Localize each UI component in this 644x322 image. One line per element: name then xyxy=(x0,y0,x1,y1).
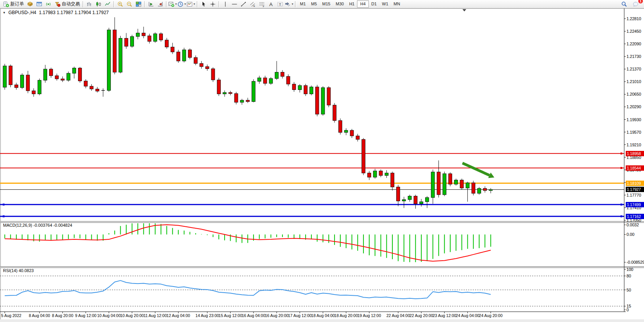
time-tick-label: 10 Aug 20:00 xyxy=(120,313,144,318)
macd-label: MACD(12,26,9) -0.003764 -0.004824 xyxy=(3,223,72,227)
candle-bear xyxy=(246,100,249,102)
candle-bear xyxy=(350,130,354,136)
candle-bull xyxy=(419,202,423,204)
resistance-line-2-handle-right[interactable] xyxy=(620,167,622,169)
time-tick-label: 24 Aug 20:00 xyxy=(479,313,502,318)
candle-bull xyxy=(477,188,481,193)
candle-bull xyxy=(223,93,226,94)
candle-bear xyxy=(379,171,383,176)
candle-bear xyxy=(9,66,12,85)
candle-bull xyxy=(408,196,411,200)
price-tick-label: 1.22450 xyxy=(626,29,644,34)
candle-bear xyxy=(206,67,209,69)
chart-title: GBPUSD-,H4 xyxy=(8,10,36,15)
candle-bull xyxy=(38,80,41,94)
candle-bull xyxy=(252,81,255,101)
time-tick-label: 24 Aug 04:00 xyxy=(456,313,480,318)
candle-bull xyxy=(67,73,70,80)
macd-tick-label: 0.00 xyxy=(626,232,644,237)
macd-tick-label: 0.0032 xyxy=(626,223,644,227)
time-tick-label: 8 Aug 04:00 xyxy=(29,313,50,318)
candle-bear xyxy=(124,38,128,46)
price-tick-label: 1.21370 xyxy=(626,67,644,71)
time-tick-label: 5 Aug 2022 xyxy=(1,313,21,318)
candle-bull xyxy=(136,33,140,37)
chart-title-row: ▼ GBPUSD-,H4 1.17983 1.17987 1.17904 1.1… xyxy=(3,10,109,15)
time-tick-label: 10 Aug 04:00 xyxy=(97,313,121,318)
candle-bull xyxy=(240,100,244,103)
time-tick-label: 9 Aug 12:00 xyxy=(75,313,96,318)
candle-bear xyxy=(304,85,307,94)
support-line-2-handle-left[interactable] xyxy=(3,215,5,217)
candle-bear xyxy=(368,173,371,177)
candle-bull xyxy=(21,75,24,88)
candle-bear xyxy=(26,75,30,91)
price-tick-label: 1.17770 xyxy=(626,193,644,197)
support-line-1-price-badge: 1.17499 xyxy=(626,202,644,207)
candle-bull xyxy=(443,174,446,195)
chart-background xyxy=(0,8,644,319)
candle-bear xyxy=(292,84,296,90)
support-line-2-handle-right[interactable] xyxy=(620,215,622,217)
support-line-1-handle-left[interactable] xyxy=(3,203,5,205)
support-line-1-handle-right[interactable] xyxy=(620,203,622,205)
candle-bear xyxy=(49,69,53,75)
candle-bear xyxy=(281,72,284,77)
candle-bull xyxy=(130,37,134,46)
candle-bull xyxy=(72,68,76,73)
candle-bear xyxy=(327,88,330,105)
time-tick-label: 8 Aug 20:00 xyxy=(52,313,73,318)
candle-bear xyxy=(171,47,174,52)
candle-bull xyxy=(466,183,469,188)
candle-bull xyxy=(454,180,458,184)
time-tick-label: 16 Aug 04:00 xyxy=(242,313,265,318)
pivot-line-price-badge: 1.18109 xyxy=(626,181,644,186)
candle-bear xyxy=(61,79,64,80)
time-tick-label: 18 Aug 20:00 xyxy=(334,313,358,318)
time-tick-label: 16 Aug 20:00 xyxy=(265,313,289,318)
mt4-window: 新订单自动交易▼▼▼EFAT▼M1M5M15M30H1H4D1W1MN1 ▼ G… xyxy=(0,0,644,322)
time-tick-label: 19 Aug 12:00 xyxy=(357,313,381,318)
candle-bull xyxy=(310,87,313,94)
candle-bear xyxy=(472,183,475,194)
candle-bear xyxy=(437,172,440,195)
candle-bull xyxy=(385,173,388,175)
bid-price-line-price-badge: 1.17927 xyxy=(626,187,644,192)
candle-bull xyxy=(431,172,435,197)
candle-bear xyxy=(356,136,359,139)
rsi-tick-label: 100 xyxy=(626,267,644,272)
candle-bull xyxy=(344,130,348,133)
chart-menu-icon[interactable]: ▼ xyxy=(3,11,6,14)
bottom-strip xyxy=(0,319,644,322)
support-line-2-price-badge: 1.17162 xyxy=(626,214,644,219)
candle-bull xyxy=(182,50,186,61)
candle-bull xyxy=(269,78,273,83)
price-tick-label: 1.22810 xyxy=(626,16,644,21)
price-tick-label: 1.22090 xyxy=(626,42,644,46)
rsi-label: RSI(14) 40.0823 xyxy=(3,268,34,273)
chart-canvas[interactable] xyxy=(0,0,644,322)
candle-bear xyxy=(113,30,116,72)
candle-bear xyxy=(55,76,59,79)
price-tick-label: 1.19570 xyxy=(626,130,644,135)
resistance-line-2-price-badge: 1.18544 xyxy=(626,165,644,171)
resistance-line-1-handle-right[interactable] xyxy=(620,152,622,154)
time-tick-label: 23 Aug 12:00 xyxy=(433,313,456,318)
candle-bull xyxy=(321,88,325,114)
candle-bear xyxy=(362,139,365,173)
price-tick-label: 1.19930 xyxy=(626,117,644,122)
candle-bear xyxy=(460,180,464,188)
rsi-tick-label: 50 xyxy=(626,288,644,292)
candle-bear xyxy=(90,86,93,89)
candle-bull xyxy=(373,171,377,178)
candle-bear xyxy=(263,78,267,83)
price-tick-label: 1.19210 xyxy=(626,143,644,147)
candle-bull xyxy=(153,34,157,41)
candle-bear xyxy=(339,120,342,132)
time-tick-label: 22 Aug 20:00 xyxy=(410,313,433,318)
candle-bear xyxy=(211,69,215,80)
rsi-tick-label: 80 xyxy=(626,274,644,278)
price-tick-label: 1.20650 xyxy=(626,92,644,96)
candle-bear xyxy=(32,91,35,94)
candle-bear xyxy=(229,93,232,94)
